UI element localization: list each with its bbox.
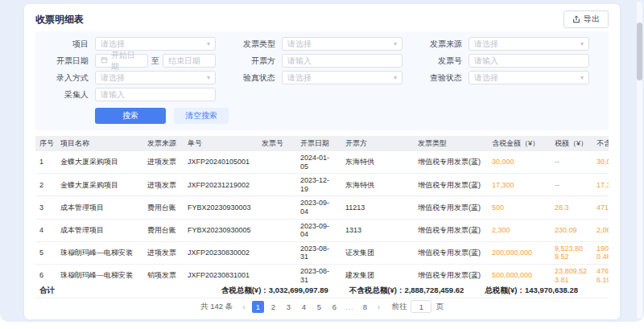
summary-items: 含税总额(¥)：3,032,699,097.89不含税总额(¥)：2,888,7… (221, 286, 578, 296)
table-cell: 成本管理项目 (56, 219, 143, 241)
pagination-next-icon[interactable]: › (375, 302, 383, 311)
pagination-page-8[interactable]: 8 (359, 301, 371, 313)
table-row[interactable]: 4成本管理项目费用台账FYBX202309300052023-09-041313… (35, 219, 609, 241)
table-cell: 成本管理项目 (56, 196, 143, 219)
vertical-scrollbar[interactable] (637, 2, 642, 319)
table-cell: 2023-09-04 (296, 196, 341, 219)
table-cell: 1 (35, 151, 56, 174)
table-row[interactable]: 1金蝶大厦采购项目进项发票JXFP202401050012024-01-05东海… (35, 151, 609, 174)
chevron-down-icon: ▾ (207, 40, 210, 47)
table-cell: 金蝶大厦采购项目 (56, 174, 143, 196)
filter-label-issuer: 开票方 (229, 56, 275, 67)
table-cell: 190,476,190.48 (592, 241, 609, 264)
verify-status-select[interactable]: 请选择 ▾ (282, 71, 402, 84)
invoice-no-input[interactable] (469, 54, 589, 68)
table-row[interactable]: 6珠穆朗玛峰—电梯安装销项发票JXFP202308310012023-08-31… (35, 265, 609, 283)
invoice-table-wrap: 序号项目名称发票来源单号发票号开票日期开票方发票类型含税金额（¥）税额（¥）不含… (35, 136, 609, 283)
filter-label-invoice-no: 发票号 (415, 56, 462, 67)
pagination-page-5[interactable]: 5 (313, 301, 325, 313)
invoice-source-select[interactable]: 请选择 ▾ (469, 37, 589, 51)
pagination-ellipsis: ... (344, 301, 356, 313)
column-header: 开票方 (341, 136, 414, 151)
pagination-page-3[interactable]: 3 (283, 301, 295, 313)
entry-method-select-value: 请选择 (101, 72, 204, 84)
table-cell: 证发集团 (341, 241, 414, 264)
issuer-input[interactable] (282, 54, 402, 68)
chevron-down-icon: ▾ (580, 40, 584, 47)
chevron-down-icon: ▾ (207, 74, 210, 81)
table-cell: 4 (35, 219, 56, 241)
table-row[interactable]: 2金蝶大厦采购项目进项发票JXFP202312190022023-12-19东海… (35, 174, 609, 196)
table-cell: 476,190,476.19 (592, 265, 609, 283)
table-cell: JXFP20230830002 (184, 241, 258, 264)
table-cell: 230.09 (551, 219, 592, 241)
table-cell: 1313 (341, 219, 414, 241)
verify-status-select-value: 请选择 (287, 72, 390, 84)
invoice-type-select-value: 请选择 (287, 39, 390, 50)
table-cell: 28.3 (551, 196, 592, 219)
table-cell: 2,300 (488, 219, 551, 241)
filter-label-invoice-date: 开票日期 (42, 56, 89, 67)
table-cell: 17,300 (592, 174, 609, 196)
table-cell: 11213 (341, 196, 414, 219)
table-cell (258, 196, 296, 219)
table-cell: 2 (35, 174, 56, 196)
filter-label-check-status: 查验状态 (415, 72, 462, 84)
table-cell: 9,523,809.52 (551, 241, 592, 264)
pagination-page-6[interactable]: 6 (328, 301, 341, 313)
vertical-scrollbar-thumb[interactable] (637, 23, 642, 80)
export-button[interactable]: 导出 (564, 10, 609, 28)
column-header: 税额（¥） (551, 136, 592, 151)
table-cell: 增值税专用发票(蓝) (414, 174, 488, 196)
table-row[interactable]: 3成本管理项目费用台账FYBX202309300032023-09-041121… (35, 196, 609, 219)
filter-panel: 项目 请选择 ▾ 发票类型 请选择 ▾ 发票来源 请选择 (35, 31, 609, 130)
table-cell: 进项发票 (143, 174, 184, 196)
pagination-page-2[interactable]: 2 (267, 301, 279, 313)
table-cell: 建发集团 (341, 265, 414, 283)
invoice-source-select-value: 请选择 (474, 39, 577, 50)
table-row[interactable]: 5珠穆朗玛峰—电梯安装进项发票JXFP202308300022023-08-31… (35, 241, 609, 264)
table-cell: 珠穆朗玛峰—电梯安装 (56, 241, 143, 264)
end-date-input[interactable]: 结束日期 (163, 54, 216, 68)
export-icon (572, 15, 580, 23)
search-button[interactable]: 搜索 (95, 108, 166, 124)
table-cell: 2023-12-19 (296, 174, 341, 196)
table-cell: 6 (35, 265, 56, 283)
filter-row-1: 项目 请选择 ▾ 发票类型 请选择 ▾ 发票来源 请选择 (42, 37, 602, 51)
table-cell: 增值税专用发票(蓝) (414, 265, 488, 283)
table-cell: 金蝶大厦采购项目 (56, 151, 143, 174)
check-status-select[interactable]: 请选择 ▾ (469, 71, 589, 84)
goto-page-input[interactable] (411, 300, 431, 313)
table-cell: 增值税专用发票(蓝) (414, 151, 488, 174)
clear-search-button[interactable]: 清空搜索 (174, 108, 229, 124)
column-header: 含税金额（¥） (488, 136, 551, 151)
table-cell: 2023-08-31 (296, 241, 341, 264)
filter-label-invoice-type: 发票类型 (229, 39, 275, 50)
project-select[interactable]: 请选择 ▾ (95, 37, 216, 51)
date-range-separator: 至 (151, 56, 159, 67)
table-cell: -- (551, 151, 592, 174)
table-cell (258, 174, 296, 196)
collector-input[interactable] (95, 88, 216, 101)
start-date-input[interactable]: 开始日期 (95, 54, 148, 68)
pagination-page-4[interactable]: 4 (298, 301, 310, 313)
entry-method-select[interactable]: 请选择 ▾ (95, 71, 216, 84)
filter-label-invoice-source: 发票来源 (415, 39, 462, 50)
pagination-page-1[interactable]: 1 (252, 301, 264, 313)
table-cell: 珠穆朗玛峰—电梯安装 (56, 265, 143, 283)
table-header-row: 序号项目名称发票来源单号发票号开票日期开票方发票类型含税金额（¥）税额（¥）不含… (35, 136, 609, 151)
column-header: 发票来源 (143, 136, 184, 151)
pagination-prev-icon[interactable]: ‹ (240, 302, 248, 311)
table-cell (258, 241, 296, 264)
invoice-type-select[interactable]: 请选择 ▾ (282, 37, 402, 51)
table-cell: 500,000,000 (488, 265, 551, 283)
summary-item: 不含税总额(¥)：2,888,728,459.62 (349, 286, 464, 296)
column-header: 序号 (35, 136, 56, 151)
filter-label-entry-method: 录入方式 (42, 72, 89, 84)
column-header: 开票日期 (296, 136, 341, 151)
table-cell: 进项发票 (143, 151, 184, 174)
table-cell: 200,000,000 (488, 241, 551, 264)
summary-item: 含税总额(¥)：3,032,699,097.89 (221, 286, 328, 296)
table-cell: 费用台账 (143, 219, 184, 241)
table-cell (258, 151, 296, 174)
